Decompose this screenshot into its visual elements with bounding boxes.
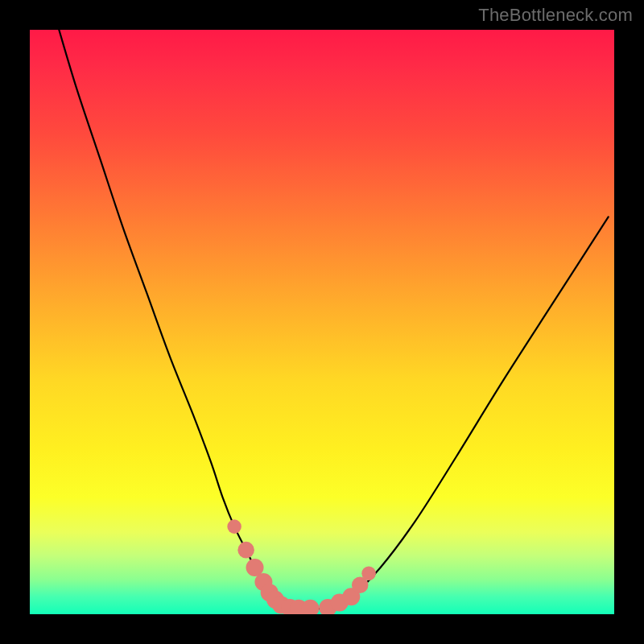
- chart-frame: TheBottleneck.com: [0, 0, 644, 644]
- marker-dot: [361, 566, 376, 580]
- marker-dot: [227, 519, 242, 534]
- curve-layer: [30, 30, 614, 614]
- watermark-text: TheBottleneck.com: [478, 5, 633, 26]
- plot-area: [30, 30, 614, 614]
- bottleneck-curve: [59, 30, 608, 609]
- curve-markers: [227, 519, 376, 614]
- marker-dot: [237, 542, 254, 559]
